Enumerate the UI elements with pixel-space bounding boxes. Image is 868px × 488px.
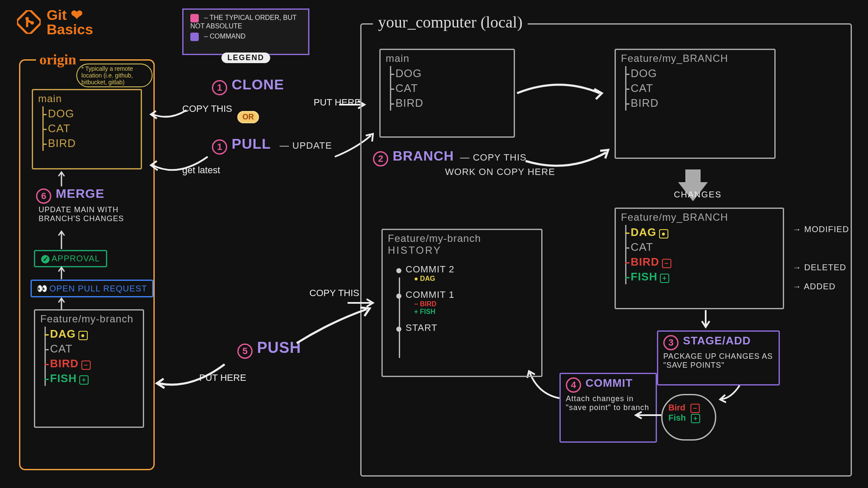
app-title: Git ❤ Basics bbox=[17, 8, 93, 36]
title-line2: Basics bbox=[47, 21, 93, 37]
approval-box: ✓ APPROVAL bbox=[34, 250, 107, 267]
file-item: FISH+ bbox=[50, 371, 138, 386]
file-item: CAT bbox=[50, 341, 138, 356]
legend-pink-text: THE TYPICAL ORDER, BUT NOT ABSOLUTE bbox=[190, 14, 297, 30]
deleted-icon: − bbox=[690, 404, 700, 413]
file-item: DOG bbox=[395, 66, 509, 81]
approval-label: APPROVAL bbox=[51, 254, 100, 263]
file-item: BIRD− bbox=[631, 255, 778, 269]
branch-note1: COPY THIS bbox=[473, 152, 527, 163]
file-item: CAT bbox=[395, 81, 509, 96]
modified-icon: ● bbox=[78, 331, 88, 340]
history-change: ● DAG bbox=[414, 275, 536, 283]
modified-icon: ● bbox=[659, 229, 668, 238]
file-item: FISH+ bbox=[631, 269, 778, 284]
savepoint-bird: Bird bbox=[668, 403, 685, 412]
origin-note: * Typically a remote location (i.e. gith… bbox=[76, 64, 153, 87]
merge-cmd: MERGE bbox=[56, 186, 104, 200]
commit-cmd: COMMIT bbox=[585, 377, 632, 389]
origin-main-files: DOG CAT BIRD bbox=[42, 106, 136, 151]
history-change: + FISH bbox=[414, 308, 536, 316]
push-put-note: PUT HERE bbox=[199, 373, 246, 383]
added-icon: + bbox=[691, 414, 700, 423]
file-item: DAG● bbox=[50, 327, 138, 341]
pull-note: UPDATE bbox=[292, 140, 332, 151]
clone-cmd: CLONE bbox=[231, 76, 284, 92]
origin-heading: origin bbox=[36, 52, 80, 68]
pull-request-box: 👀 OPEN PULL REQUEST bbox=[31, 280, 153, 297]
local-feature-files: DOG CAT BIRD bbox=[625, 66, 769, 111]
file-item: DOG bbox=[48, 106, 136, 121]
file-item: CAT bbox=[631, 240, 778, 255]
origin-feature-files: DAG● CAT BIRD− FISH+ bbox=[45, 327, 138, 386]
history-title: Feature/my-branch bbox=[388, 233, 536, 244]
step-4-badge: 4 bbox=[566, 377, 581, 393]
changes-label: CHANGES bbox=[674, 190, 722, 200]
ann-deleted: DELETED bbox=[804, 263, 846, 272]
local-heading: your_computer (local) bbox=[373, 13, 528, 31]
check-icon: ✓ bbox=[41, 255, 50, 263]
push-block: 5 PUSH bbox=[237, 339, 301, 359]
step-6-badge: 6 bbox=[36, 189, 51, 204]
dot-icon bbox=[396, 327, 401, 332]
branch-block: 2 BRANCH — COPY THIS WORK ON COPY HERE bbox=[373, 148, 555, 177]
eyes-icon: 👀 bbox=[37, 284, 47, 293]
file-item: CAT bbox=[631, 81, 769, 96]
step-1-badge: 1 bbox=[212, 80, 227, 95]
ann-modified: MODIFIED bbox=[804, 225, 849, 234]
legend-box: – THE TYPICAL ORDER, BUT NOT ABSOLUTE – … bbox=[182, 8, 309, 55]
origin-main-label: main bbox=[38, 93, 136, 105]
file-item: CAT bbox=[48, 121, 136, 136]
or-badge: OR bbox=[237, 111, 259, 123]
origin-feature-label: Feature/my-branch bbox=[40, 313, 138, 325]
branch-cmd: BRANCH bbox=[392, 148, 454, 164]
pull-request-label: OPEN PULL REQUEST bbox=[49, 284, 147, 293]
changes-files: DAG● CAT BIRD− FISH+ bbox=[625, 225, 778, 284]
history-item: START bbox=[388, 319, 536, 337]
deleted-icon: − bbox=[662, 259, 671, 268]
step-3-badge: 3 bbox=[663, 335, 679, 350]
local-main-files: DOG CAT BIRD bbox=[390, 66, 509, 111]
file-item: BIRD bbox=[631, 96, 769, 111]
changes-box: Feature/my_BRANCH DAG● CAT BIRD− FISH+ bbox=[615, 208, 784, 309]
changes-feature-label: Feature/my_BRANCH bbox=[621, 211, 778, 223]
stage-box: 3 STAGE/ADD PACKAGE UP CHANGES AS "SAVE … bbox=[657, 330, 780, 385]
origin-main-box: main DOG CAT BIRD bbox=[32, 89, 142, 169]
step-2-badge: 2 bbox=[373, 151, 388, 166]
local-main-box: main DOG CAT BIRD bbox=[379, 49, 515, 138]
pull-block: 1 PULL — UPDATE bbox=[212, 136, 332, 155]
dot-icon bbox=[396, 268, 401, 273]
stage-note: PACKAGE UP CHANGES AS "SAVE POINTS" bbox=[663, 352, 773, 370]
clone-block: 1 CLONE bbox=[212, 76, 284, 95]
history-item: COMMIT 2 ● DAG bbox=[388, 261, 536, 286]
file-item: BIRD bbox=[48, 136, 136, 151]
branch-note2: WORK ON COPY HERE bbox=[445, 166, 555, 177]
merge-note: UPDATE MAIN WITH BRANCH'S CHANGES bbox=[39, 205, 136, 223]
commit-note: Attach changes in "save point" to branch bbox=[566, 394, 651, 412]
stage-cmd: STAGE/ADD bbox=[683, 334, 751, 347]
file-item: DOG bbox=[631, 66, 769, 81]
git-logo-icon bbox=[17, 10, 41, 34]
added-icon: + bbox=[79, 375, 89, 385]
dot-icon bbox=[396, 294, 401, 299]
pull-get-note: get latest bbox=[182, 165, 220, 175]
heart-icon: ❤ bbox=[71, 7, 83, 23]
file-item: BIRD bbox=[395, 96, 509, 111]
file-item: BIRD− bbox=[50, 356, 138, 371]
deleted-icon: − bbox=[81, 360, 91, 370]
clone-put-note: PUT HERE bbox=[314, 97, 361, 108]
clone-copy-note: COPY THIS bbox=[182, 104, 232, 114]
legend-swatch-purple bbox=[190, 33, 199, 41]
ann-added: ADDED bbox=[804, 282, 835, 291]
merge-block: 6 MERGE UPDATE MAIN WITH BRANCH'S CHANGE… bbox=[36, 186, 136, 223]
local-feature-label: Feature/my_BRANCH bbox=[621, 53, 769, 64]
savepoint-fish: Fish bbox=[668, 413, 686, 422]
title-line1: Git bbox=[47, 7, 67, 23]
step-5-badge: 5 bbox=[237, 344, 253, 359]
file-item: DAG● bbox=[631, 225, 778, 240]
commit-box: 4 COMMIT Attach changes in "save point" … bbox=[559, 373, 657, 443]
pull-cmd: PULL bbox=[231, 136, 271, 152]
added-icon: + bbox=[660, 274, 669, 283]
history-change: − BIRD bbox=[414, 300, 536, 308]
push-copy-note: COPY THIS bbox=[309, 288, 359, 298]
